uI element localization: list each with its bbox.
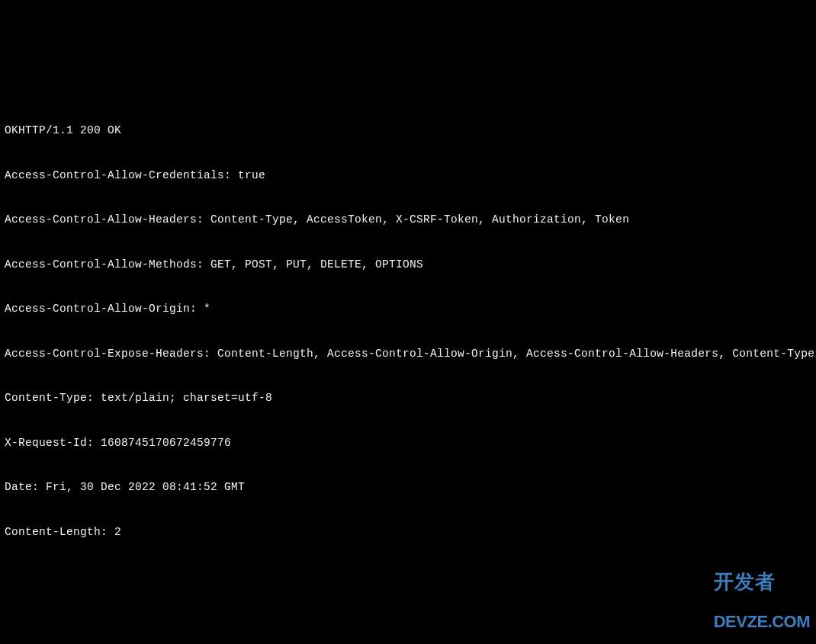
http-header-line: Access-Control-Allow-Methods: GET, POST,… <box>5 258 811 273</box>
http-response-block: OKHTTP/1.1 200 OK Access-Control-Allow-C… <box>5 94 811 569</box>
http-response-block: OKHTTP/1.1 200 OK Access-Control-Allow-C… <box>5 614 811 645</box>
http-header-line: Content-Type: text/plain; charset=utf-8 <box>5 391 811 406</box>
http-header-line: Content-Length: 2 <box>5 525 811 540</box>
http-status-line: OKHTTP/1.1 200 OK <box>5 123 811 139</box>
terminal-output: OKHTTP/1.1 200 OK Access-Control-Allow-C… <box>5 64 811 644</box>
http-header-line: Access-Control-Allow-Headers: Content-Ty… <box>5 213 811 228</box>
http-header-line: Access-Control-Allow-Credentials: true <box>5 168 811 184</box>
http-header-line: Date: Fri, 30 Dec 2022 08:41:52 GMT <box>5 480 811 495</box>
http-header-line: Access-Control-Allow-Origin: * <box>5 302 811 317</box>
http-header-line: Access-Control-Expose-Headers: Content-L… <box>5 347 811 362</box>
http-header-line: X-Request-Id: 1608745170672459776 <box>5 436 811 451</box>
